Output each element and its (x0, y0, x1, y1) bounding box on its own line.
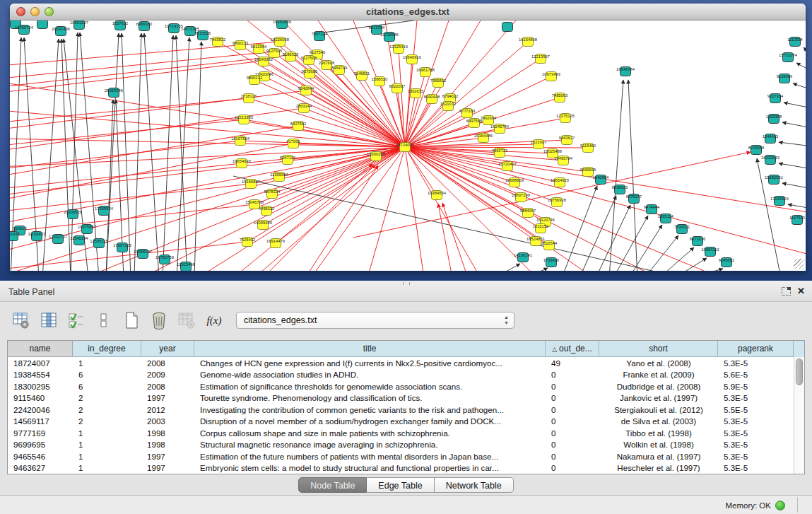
network-node[interactable]: 12342737 (49, 235, 67, 244)
table-cell[interactable]: 0 (546, 393, 599, 402)
network-node[interactable]: 7463822 (210, 37, 226, 47)
table-cell[interactable]: 0 (546, 405, 599, 414)
table-row[interactable]: 1456911722003Disruption of a novel membe… (8, 416, 794, 428)
table-cell[interactable]: Corpus callosum shape and size in male p… (194, 428, 546, 438)
network-node[interactable]: 9890122 (247, 76, 263, 85)
network-node[interactable]: 15720407 (498, 162, 517, 171)
network-node[interactable]: 1244415 (763, 134, 779, 144)
network-node[interactable] (37, 21, 48, 29)
network-node[interactable]: 17957223 (113, 243, 131, 252)
network-node[interactable]: 9375685 (302, 69, 318, 78)
network-node[interactable]: 12375125 (556, 114, 575, 123)
table-cell[interactable]: Stergiakouli et al. (2012) (599, 405, 718, 414)
table-cell[interactable]: 1997 (141, 463, 194, 472)
table-cell[interactable]: 9699695 (8, 440, 73, 449)
delete-column-icon[interactable] (149, 310, 169, 330)
table-cell[interactable]: 9115460 (8, 393, 73, 402)
table-cell[interactable]: 5.6E-5 (718, 370, 794, 379)
network-node[interactable]: 16640910 (403, 55, 421, 64)
network-node[interactable]: 20364486 (474, 134, 493, 143)
table-cell[interactable]: Estimation of the future numbers of pati… (194, 452, 546, 461)
network-node[interactable]: 19384554 (428, 191, 447, 200)
table-cell[interactable]: 2 (73, 416, 141, 426)
table-cell[interactable]: 1 (73, 440, 141, 449)
import-table-icon[interactable] (177, 310, 196, 330)
network-node[interactable]: 2718126 (241, 94, 257, 103)
function-builder-icon[interactable]: f(x) (204, 310, 224, 330)
network-node[interactable]: 8322037 (389, 84, 406, 93)
network-node[interactable]: 8215958 (748, 146, 765, 155)
network-node[interactable]: 17359924 (95, 206, 114, 216)
network-node[interactable]: 16914479 (266, 239, 285, 248)
network-node[interactable]: 19218586 (380, 33, 399, 42)
network-node[interactable]: 11156823 (28, 232, 46, 241)
network-node[interactable]: 18807299 (512, 193, 530, 202)
network-node[interactable]: 7515526 (195, 31, 211, 40)
table-cell[interactable]: 1 (73, 358, 141, 368)
table-cell[interactable]: Structural magnetic resonance image aver… (194, 440, 546, 449)
network-node[interactable]: 9115460 (580, 144, 596, 153)
table-cell[interactable]: 1997 (141, 452, 194, 461)
network-node[interactable]: 9860123 (233, 41, 249, 50)
network-node[interactable]: 17016504 (770, 197, 789, 206)
table-cell[interactable]: 22420046 (8, 405, 73, 414)
network-node[interactable]: 1588520 (372, 77, 388, 86)
network-node[interactable]: 9777169 (459, 109, 476, 118)
table-cell[interactable]: 9777169 (8, 428, 73, 438)
table-cell[interactable]: Hescheler et al. (1997) (599, 463, 718, 472)
network-node[interactable]: 9463627 (559, 136, 575, 145)
new-column-icon[interactable] (122, 310, 141, 330)
network-node[interactable]: 16961758 (416, 68, 435, 77)
table-cell[interactable]: 5.3E-5 (718, 358, 794, 368)
network-node[interactable]: 9884067 (520, 209, 536, 218)
column-header-year[interactable]: year (141, 341, 194, 357)
table-cell[interactable]: 1 (73, 452, 141, 461)
table-row[interactable]: 1830029562008Estimation of significance … (8, 380, 794, 392)
network-node[interactable]: 8454749 (331, 66, 348, 75)
network-node[interactable]: 16210643 (761, 156, 779, 165)
table-cell[interactable]: 5.5E-5 (718, 405, 794, 414)
table-cell[interactable]: 1998 (141, 428, 194, 438)
network-node[interactable] (502, 23, 513, 32)
table-cell[interactable]: Investigating the contribution of common… (194, 405, 546, 414)
table-cell[interactable]: 49 (546, 358, 599, 368)
table-cell[interactable]: 9465546 (8, 452, 73, 461)
table-cell[interactable]: 18300295 (8, 382, 73, 391)
table-cell[interactable]: 6 (73, 370, 141, 379)
network-node[interactable]: 7955812 (430, 78, 447, 88)
table-cell[interactable]: 0 (546, 416, 599, 426)
network-node[interactable]: 13325419 (389, 45, 408, 54)
network-node[interactable]: 8186328 (283, 52, 299, 62)
network-node[interactable]: 6466160 (136, 22, 153, 31)
table-cell[interactable]: 1 (73, 428, 141, 438)
table-cell[interactable]: 0 (546, 440, 599, 449)
select-columns-icon[interactable] (66, 310, 86, 330)
network-node[interactable]: 1733426 (543, 258, 560, 267)
close-panel-icon[interactable]: ✕ (797, 281, 805, 301)
table-cell[interactable]: Tibbo et al. (1998) (599, 428, 718, 438)
network-graph[interactable]: 1405572420691406106532471527602646616010… (10, 21, 806, 271)
network-node[interactable]: 7462664 (481, 116, 497, 125)
network-node[interactable]: 1621072 (440, 102, 457, 111)
network-node[interactable]: 10653247 (70, 21, 88, 30)
network-node[interactable]: 2803144 (296, 104, 312, 113)
table-row[interactable]: 977716911998Corpus callosum shape and si… (8, 427, 794, 439)
network-node[interactable]: 9474444 (644, 205, 660, 214)
table-cell[interactable]: Yano et al. (2008) (599, 358, 718, 368)
show-columns-icon[interactable] (39, 310, 59, 330)
network-node[interactable]: 9129966 (777, 74, 793, 83)
table-cell[interactable]: Estimation of significance thresholds fo… (194, 382, 546, 391)
table-row[interactable]: 1938455462009Genome-wide association stu… (8, 369, 794, 381)
table-cell[interactable]: 5.3E-5 (718, 440, 794, 449)
network-node[interactable]: 11545194 (70, 236, 88, 245)
network-node[interactable]: 10719155 (165, 24, 183, 33)
network-node[interactable]: 10654112 (701, 247, 719, 257)
table-row[interactable]: 911546021997Tourette syndrome. Phenomeno… (8, 392, 794, 404)
network-node[interactable]: 8938923 (612, 185, 628, 194)
network-node[interactable]: 4498222 (259, 206, 275, 216)
network-node[interactable]: 19166827 (242, 180, 260, 189)
table-cell[interactable]: 5.3E-5 (718, 428, 794, 438)
float-panel-icon[interactable] (782, 287, 791, 296)
table-cell[interactable]: Changes of HCN gene expression and I(f) … (194, 358, 546, 368)
table-cell[interactable]: 0 (546, 382, 599, 391)
